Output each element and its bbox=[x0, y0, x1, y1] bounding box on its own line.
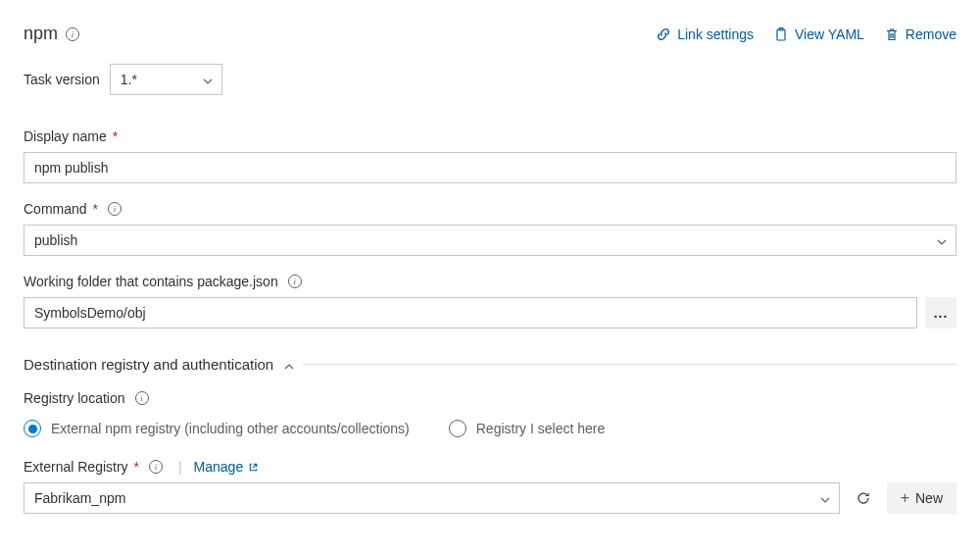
external-registry-field: External Registry * i | Manage Fabrikam_… bbox=[24, 459, 956, 514]
radio-circle-selected bbox=[24, 420, 41, 437]
info-icon[interactable]: i bbox=[108, 202, 122, 216]
destination-section-header[interactable]: Destination registry and authentication bbox=[24, 356, 956, 373]
external-registry-value: Fabrikam_npm bbox=[34, 490, 125, 506]
chevron-down-icon bbox=[819, 493, 829, 503]
registry-location-radios: External npm registry (including other a… bbox=[24, 420, 956, 437]
refresh-button[interactable] bbox=[848, 482, 879, 514]
radio-select-here-label: Registry I select here bbox=[476, 421, 606, 436]
external-registry-select[interactable]: Fabrikam_npm bbox=[24, 482, 840, 514]
external-link-icon bbox=[248, 462, 259, 473]
info-icon[interactable]: i bbox=[66, 27, 79, 41]
info-icon[interactable]: i bbox=[288, 275, 302, 288]
view-yaml-label: View YAML bbox=[795, 26, 864, 42]
required-mark: * bbox=[130, 459, 139, 475]
task-header: npm i Link settings View YAML Remove bbox=[24, 24, 956, 44]
info-icon[interactable]: i bbox=[149, 460, 163, 474]
task-version-label: Task version bbox=[24, 72, 100, 87]
chevron-down-icon bbox=[936, 235, 946, 245]
divider-pipe: | bbox=[178, 459, 182, 475]
clipboard-icon bbox=[773, 26, 789, 42]
working-folder-label-row: Working folder that contains package.jso… bbox=[24, 274, 956, 289]
section-divider bbox=[303, 364, 956, 365]
remove-button[interactable]: Remove bbox=[884, 26, 956, 42]
new-label: New bbox=[915, 490, 943, 506]
registry-location-field: Registry location i External npm registr… bbox=[24, 390, 956, 437]
command-label: Command * bbox=[24, 201, 98, 217]
task-title: npm bbox=[24, 24, 58, 44]
chevron-up-icon bbox=[283, 360, 293, 370]
link-settings-button[interactable]: Link settings bbox=[656, 26, 754, 42]
plus-icon: + bbox=[901, 489, 909, 507]
radio-dot bbox=[28, 425, 37, 433]
registry-location-label-row: Registry location i bbox=[24, 390, 956, 406]
radio-external-registry[interactable]: External npm registry (including other a… bbox=[24, 420, 410, 437]
view-yaml-button[interactable]: View YAML bbox=[773, 26, 864, 42]
task-version-select[interactable]: 1.* bbox=[110, 64, 222, 95]
chevron-down-icon bbox=[202, 75, 212, 84]
command-value: publish bbox=[34, 232, 77, 248]
manage-link[interactable]: Manage bbox=[194, 459, 260, 475]
working-folder-input[interactable] bbox=[24, 297, 917, 328]
remove-label: Remove bbox=[906, 26, 956, 42]
radio-external-label: External npm registry (including other a… bbox=[51, 421, 410, 436]
display-name-label: Display name * bbox=[24, 128, 118, 144]
required-mark: * bbox=[109, 128, 118, 144]
display-name-field: Display name * bbox=[24, 128, 956, 183]
manage-label: Manage bbox=[194, 459, 244, 475]
command-select[interactable]: publish bbox=[24, 225, 956, 256]
working-folder-label: Working folder that contains package.jso… bbox=[24, 274, 278, 289]
title-wrap: npm i bbox=[24, 24, 79, 44]
external-registry-input-row: Fabrikam_npm + New bbox=[24, 482, 956, 514]
working-folder-field: Working folder that contains package.jso… bbox=[24, 274, 956, 328]
command-label-row: Command * i bbox=[24, 201, 956, 217]
task-version-row: Task version 1.* bbox=[24, 64, 956, 95]
radio-select-here[interactable]: Registry I select here bbox=[449, 420, 606, 437]
working-folder-input-row: ... bbox=[24, 297, 956, 328]
required-mark: * bbox=[89, 201, 98, 217]
info-icon[interactable]: i bbox=[135, 391, 149, 405]
browse-button[interactable]: ... bbox=[925, 297, 956, 328]
header-actions: Link settings View YAML Remove bbox=[656, 26, 956, 42]
new-button[interactable]: + New bbox=[887, 482, 956, 514]
svg-rect-0 bbox=[777, 29, 785, 40]
display-name-label-row: Display name * bbox=[24, 128, 956, 144]
link-settings-label: Link settings bbox=[677, 26, 754, 42]
registry-location-label: Registry location bbox=[24, 390, 125, 406]
refresh-icon bbox=[856, 490, 871, 506]
display-name-input[interactable] bbox=[24, 152, 956, 183]
task-version-value: 1.* bbox=[121, 72, 137, 87]
external-registry-label-row: External Registry * i | Manage bbox=[24, 459, 956, 475]
external-registry-label: External Registry * bbox=[24, 459, 139, 475]
trash-icon bbox=[884, 26, 900, 42]
section-title: Destination registry and authentication bbox=[24, 356, 273, 373]
command-field: Command * i publish bbox=[24, 201, 956, 256]
radio-circle bbox=[449, 420, 466, 437]
link-icon bbox=[656, 26, 671, 42]
